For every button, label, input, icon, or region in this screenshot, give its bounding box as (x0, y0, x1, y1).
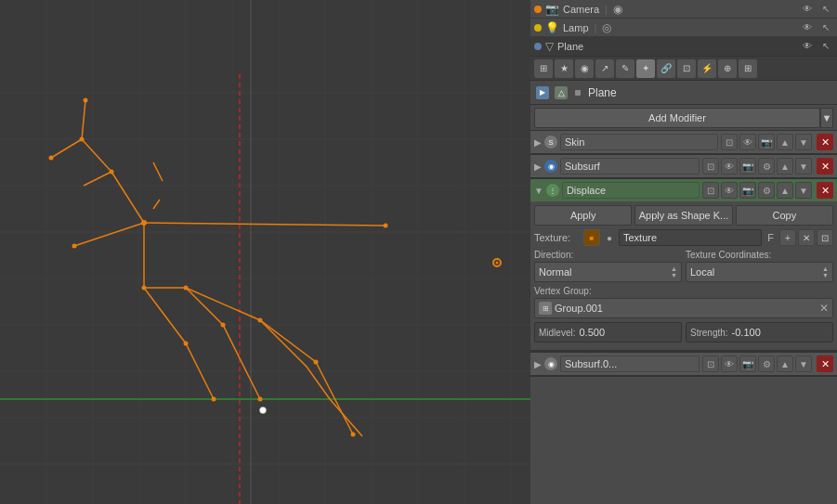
add-modifier-button[interactable]: Add Modifier (534, 108, 820, 128)
svg-point-30 (184, 286, 189, 291)
skin-eye-icon[interactable]: 👁 (739, 134, 756, 150)
subsurf-collapse-icon[interactable]: ▶ (534, 162, 542, 172)
subsurf-bottom-name[interactable] (560, 355, 700, 372)
texture-browse-btn[interactable]: ✕ (798, 229, 815, 246)
scene-item-camera[interactable]: 📷 Camera | ◉ 👁 ↖ (530, 0, 837, 19)
displace-up-icon[interactable]: ▲ (777, 182, 793, 199)
vg-clear-button[interactable]: ✕ (819, 302, 829, 315)
camera-extra-icon: ◉ (613, 3, 622, 16)
viewport[interactable] (0, 0, 530, 504)
toolbar-icon-active[interactable]: ✦ (636, 59, 655, 78)
svg-point-41 (260, 407, 267, 414)
subsurf-camera-icon[interactable]: 📷 (739, 158, 756, 174)
svg-point-31 (258, 318, 263, 323)
texcoord-select[interactable]: Local ▲▼ (686, 262, 833, 282)
texcoord-group: Texture Coordinates: Local ▲▼ (686, 250, 833, 282)
displace-content: Apply Apply as Shape K... Copy Texture: … (530, 201, 837, 350)
cursor-icon[interactable]: ↖ (818, 2, 833, 17)
vg-field[interactable]: ⊞ Group.001 ✕ (534, 298, 833, 318)
displace-camera-icon[interactable]: 📷 (739, 182, 756, 199)
toolbar-icon-5[interactable]: ✎ (616, 59, 634, 78)
subsurf-bottom-up[interactable]: ▲ (777, 355, 793, 372)
subsurf-bottom-render[interactable]: ⊡ (702, 355, 719, 372)
svg-point-40 (49, 156, 54, 161)
skin-camera-icon[interactable]: 📷 (758, 134, 775, 150)
subsurf-bottom-header: ▶ ◉ ⊡ 👁 📷 ⚙ ▲ ▼ ✕ (530, 353, 837, 375)
subsurf-header: ▶ ◉ ⊡ 👁 📷 ⚙ ▲ ▼ ✕ (530, 155, 837, 177)
toolbar-icon-9[interactable]: ⚡ (698, 59, 716, 78)
copy-button[interactable]: Copy (736, 205, 833, 226)
toolbar-icon-7[interactable]: 🔗 (657, 59, 675, 78)
midlevel-field[interactable]: Midlevel: 0.500 (534, 322, 682, 342)
direction-label: Direction: (534, 250, 682, 260)
texture-swatch[interactable]: ■ (583, 229, 600, 246)
subsurf-bottom-collapse[interactable]: ▶ (534, 359, 542, 369)
toolbar-icon-3[interactable]: ◉ (575, 59, 594, 78)
subsurf-bottom-close[interactable]: ✕ (817, 355, 833, 372)
eye-icon-2[interactable]: 👁 (800, 20, 815, 35)
subsurf-bottom-down[interactable]: ▼ (795, 355, 812, 372)
subsurf-down-icon[interactable]: ▼ (795, 158, 812, 174)
cursor-icon-3[interactable]: ↖ (818, 39, 833, 54)
displace-collapse-icon[interactable]: ▼ (534, 186, 543, 196)
skin-close-button[interactable]: ✕ (817, 134, 833, 150)
skin-collapse-icon[interactable]: ▶ (534, 137, 542, 148)
subsurf-bottom-camera[interactable]: 📷 (739, 355, 756, 372)
skin-down-icon[interactable]: ▼ (795, 134, 812, 150)
add-modifier-dropdown[interactable]: ▼ (820, 108, 833, 128)
vg-name-value: Group.001 (555, 303, 817, 314)
displace-render-icon[interactable]: ⊡ (702, 182, 719, 199)
toolbar-icon-4[interactable]: ↗ (595, 59, 614, 78)
strength-field[interactable]: Strength: -0.100 (686, 322, 833, 342)
displace-settings-icon[interactable]: ⚙ (758, 182, 775, 199)
subsurf-settings-icon[interactable]: ⚙ (758, 158, 775, 174)
cursor-icon-2[interactable]: ↖ (818, 20, 833, 35)
displace-down-icon[interactable]: ▼ (795, 182, 812, 199)
displace-eye-icon[interactable]: 👁 (721, 182, 738, 199)
toolbar-icon-1[interactable]: ⊞ (534, 59, 553, 78)
subsurf-type-icon: ◉ (544, 160, 557, 173)
toolbar-icon-2[interactable]: ★ (555, 59, 573, 78)
apply-shape-button[interactable]: Apply as Shape K... (634, 205, 732, 226)
apply-label: Apply (570, 210, 596, 221)
skin-name-field[interactable] (560, 134, 718, 150)
scene-item-lamp[interactable]: 💡 Lamp | ◎ 👁 ↖ (530, 19, 837, 37)
subsurf-eye-icon[interactable]: 👁 (721, 158, 738, 174)
texcoord-arrows: ▲▼ (822, 265, 829, 278)
scene-item-plane[interactable]: ▽ Plane 👁 ↖ (530, 37, 837, 56)
subsurf-bottom-eye[interactable]: 👁 (721, 355, 738, 372)
direction-group: Direction: Normal ▲▼ (534, 250, 682, 282)
subsurf-render-icon[interactable]: ⊡ (702, 158, 719, 174)
copy-label: Copy (772, 210, 796, 221)
subsurf-bottom-settings[interactable]: ⚙ (758, 355, 775, 372)
toolbar-icon-10[interactable]: ⊕ (718, 59, 737, 78)
apply-shape-label: Apply as Shape K... (639, 210, 729, 221)
subsurf-name-field[interactable] (560, 158, 700, 174)
camera-icon: 📷 (545, 3, 559, 16)
texture-add-btn[interactable]: + (779, 229, 796, 246)
direction-select[interactable]: Normal ▲▼ (534, 262, 682, 282)
subsurf-close-button[interactable]: ✕ (817, 158, 833, 174)
texture-name-field[interactable]: Texture (619, 229, 762, 246)
texture-link-icon: ● (603, 231, 616, 244)
subsurf-up-icon[interactable]: ▲ (777, 158, 793, 174)
right-panel: 📷 Camera | ◉ 👁 ↖ 💡 Lamp | ◎ 👁 ↖ ▽ Plane (530, 0, 837, 504)
toolbar-row: ⊞ ★ ◉ ↗ ✎ ✦ 🔗 ⊡ ⚡ ⊕ ⊞ (530, 57, 837, 81)
separator: | (605, 4, 608, 15)
skin-render-icon[interactable]: ⊡ (721, 134, 738, 150)
svg-point-25 (84, 98, 88, 103)
texture-f-label: F (765, 232, 777, 243)
displace-name-field[interactable] (562, 182, 700, 199)
toolbar-icon-8[interactable]: ⊡ (677, 59, 696, 78)
strength-value: -0.100 (732, 327, 761, 338)
svg-point-33 (351, 433, 356, 437)
eye-icon-3[interactable]: 👁 (800, 39, 815, 54)
camera-dot (534, 6, 542, 13)
svg-point-28 (141, 220, 147, 226)
displace-close-button[interactable]: ✕ (817, 182, 833, 199)
texture-unlink-btn[interactable]: ⊡ (817, 229, 833, 246)
eye-icon[interactable]: 👁 (800, 2, 815, 17)
skin-up-icon[interactable]: ▲ (777, 134, 793, 150)
toolbar-icon-11[interactable]: ⊞ (739, 59, 757, 78)
apply-button[interactable]: Apply (534, 205, 632, 226)
